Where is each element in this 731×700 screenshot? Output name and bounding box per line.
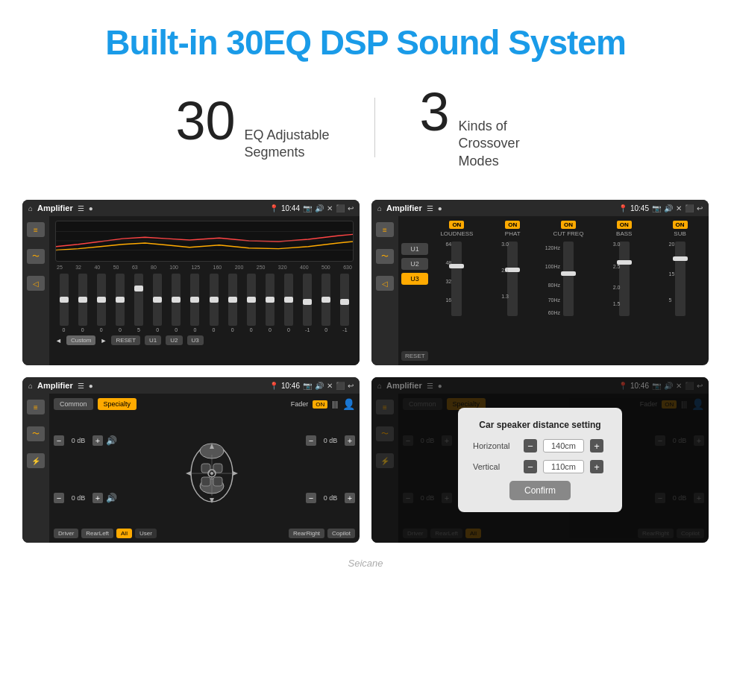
rearright-btn[interactable]: RearRight: [289, 529, 324, 538]
u2-selector[interactable]: U2: [401, 258, 428, 270]
camera-icon-2: 📷: [652, 204, 661, 212]
tr-plus[interactable]: +: [345, 435, 355, 446]
eq-slider-4[interactable]: 5: [134, 274, 143, 332]
u3-btn[interactable]: U3: [187, 335, 204, 345]
user-icon-3[interactable]: 👤: [342, 398, 355, 410]
rearleft-btn[interactable]: RearLeft: [81, 529, 113, 538]
volume-icon-3: 🔊: [315, 382, 324, 390]
custom-btn[interactable]: Custom: [66, 335, 96, 345]
common-tab-3[interactable]: Common: [54, 398, 93, 410]
screen3-topbar: ⌂ Amplifier ☰ ● 📍 10:46 📷 🔊 ✕ ⬛ ↩: [22, 377, 360, 394]
br-plus[interactable]: +: [345, 493, 355, 503]
play-icon[interactable]: ►: [100, 337, 107, 344]
home-icon[interactable]: ⌂: [28, 204, 33, 212]
eq-slider-8[interactable]: 0: [210, 274, 219, 332]
tl-minus[interactable]: −: [54, 435, 64, 446]
phat-on[interactable]: ON: [505, 221, 520, 229]
page-title: Built-in 30EQ DSP Sound System: [0, 0, 731, 78]
u1-btn[interactable]: U1: [145, 335, 161, 345]
home-icon-2[interactable]: ⌂: [377, 204, 382, 212]
phat-slider[interactable]: 3.0 2.1 1.3: [507, 242, 518, 316]
screen1-time: 10:44: [281, 204, 300, 212]
horizontal-minus[interactable]: −: [524, 439, 537, 453]
dsp-reset-btn[interactable]: RESET: [401, 351, 428, 361]
bass-on[interactable]: ON: [617, 221, 632, 229]
tl-plus[interactable]: +: [92, 435, 103, 446]
eq-icon[interactable]: ≡: [27, 222, 45, 237]
bass-label: BASS: [616, 230, 632, 237]
sub-on[interactable]: ON: [673, 221, 688, 229]
wave-icon-2[interactable]: 〜: [376, 249, 394, 264]
dot-icon-3: ●: [89, 382, 93, 390]
fader-on-3[interactable]: ON: [313, 400, 327, 409]
bass-slider[interactable]: 3.0 2.5 2.0 1.5: [619, 242, 630, 316]
all-btn[interactable]: All: [116, 529, 132, 538]
wave-icon-3[interactable]: 〜: [27, 426, 45, 441]
screen2-main: U1 U2 U3 RESET ON LOUDNESS 64 48: [398, 216, 709, 365]
eq-slider-5[interactable]: 0: [153, 274, 162, 332]
eq-slider-11[interactable]: 0: [266, 274, 274, 332]
x-icon[interactable]: ✕: [327, 204, 333, 212]
home-icon-3[interactable]: ⌂: [28, 382, 33, 390]
pin-icon-2: 📍: [618, 204, 627, 212]
eq-slider-1[interactable]: 0: [78, 274, 87, 332]
eq-slider-2[interactable]: 0: [97, 274, 106, 332]
eq-slider-10[interactable]: 0: [247, 274, 256, 332]
loudness-on[interactable]: ON: [449, 221, 464, 229]
horizontal-plus[interactable]: +: [590, 439, 603, 453]
screen-specialty: ⌂ Amplifier ☰ ● 📍 10:46 📷 🔊 ✕ ⬛ ↩ ≡ 〜 ⚡: [22, 377, 360, 543]
sub-slider[interactable]: 20 15 5: [675, 242, 685, 316]
cutfreq-slider[interactable]: 120Hz 100Hz 80Hz 70Hz 60Hz: [563, 242, 574, 316]
bluetooth-icon[interactable]: ⚡: [27, 453, 45, 468]
loudness-slider[interactable]: 64 48 32 16: [451, 242, 462, 316]
prev-icon[interactable]: ◄: [55, 337, 62, 344]
copilot-btn[interactable]: Copilot: [327, 529, 355, 538]
wave-icon[interactable]: 〜: [27, 249, 45, 264]
eq-slider-3[interactable]: 0: [116, 274, 125, 332]
screen3-body: ≡ 〜 ⚡ Common Specialty Fader ON ||| 👤: [22, 394, 360, 543]
br-minus[interactable]: −: [306, 493, 316, 503]
x-icon-3[interactable]: ✕: [327, 382, 333, 390]
horizontal-label: Horizontal: [473, 441, 518, 450]
eq-slider-9[interactable]: 0: [228, 274, 237, 332]
fader-icon-3[interactable]: |||: [332, 400, 338, 409]
u1-selector[interactable]: U1: [401, 243, 428, 255]
eq-slider-14[interactable]: 0: [321, 274, 330, 332]
dsp-columns: ON LOUDNESS 64 48 32 16 ON PHAT: [431, 221, 706, 361]
bl-minus[interactable]: −: [54, 493, 64, 503]
eq-icon-2[interactable]: ≡: [376, 222, 394, 237]
x-icon-2[interactable]: ✕: [676, 204, 682, 212]
vertical-minus[interactable]: −: [524, 460, 537, 473]
specialty-tab-3[interactable]: Specialty: [98, 398, 137, 410]
back-icon-2[interactable]: ↩: [697, 204, 703, 212]
vertical-plus[interactable]: +: [590, 460, 603, 473]
watermark: Seicane: [0, 558, 731, 576]
eq-icon-3[interactable]: ≡: [27, 400, 45, 414]
cutfreq-on[interactable]: ON: [561, 221, 576, 229]
bottom-left-ctrl: − 0 dB + 🔊: [54, 493, 117, 503]
eq-slider-12[interactable]: 0: [284, 274, 293, 332]
back-icon[interactable]: ↩: [348, 204, 354, 212]
tr-minus[interactable]: −: [306, 435, 316, 446]
vol-icon-2[interactable]: ◁: [376, 276, 394, 291]
bl-plus[interactable]: +: [92, 493, 103, 503]
eq-slider-0[interactable]: 0: [60, 274, 69, 332]
svg-marker-13: [210, 498, 214, 503]
eq-slider-7[interactable]: 0: [190, 274, 199, 332]
confirm-button[interactable]: Confirm: [509, 481, 571, 500]
br-db: 0 dB: [319, 494, 342, 502]
back-icon-3[interactable]: ↩: [348, 382, 354, 390]
screen2-sidebar: ≡ 〜 ◁: [371, 216, 398, 365]
reset-btn[interactable]: RESET: [111, 335, 140, 345]
vol-icon[interactable]: ◁: [27, 276, 45, 291]
vertical-row: Vertical − 110cm +: [473, 460, 607, 473]
top-left-ctrl: − 0 dB + 🔊: [54, 435, 117, 446]
u3-selector[interactable]: U3: [401, 273, 428, 285]
eq-slider-13[interactable]: -1: [303, 274, 312, 332]
u2-btn[interactable]: U2: [166, 335, 182, 345]
eq-slider-6[interactable]: 0: [172, 274, 181, 332]
screen2-title: Amplifier: [386, 204, 422, 212]
eq-slider-15[interactable]: -1: [340, 274, 349, 332]
driver-btn[interactable]: Driver: [54, 529, 78, 538]
user-btn[interactable]: User: [135, 529, 157, 538]
